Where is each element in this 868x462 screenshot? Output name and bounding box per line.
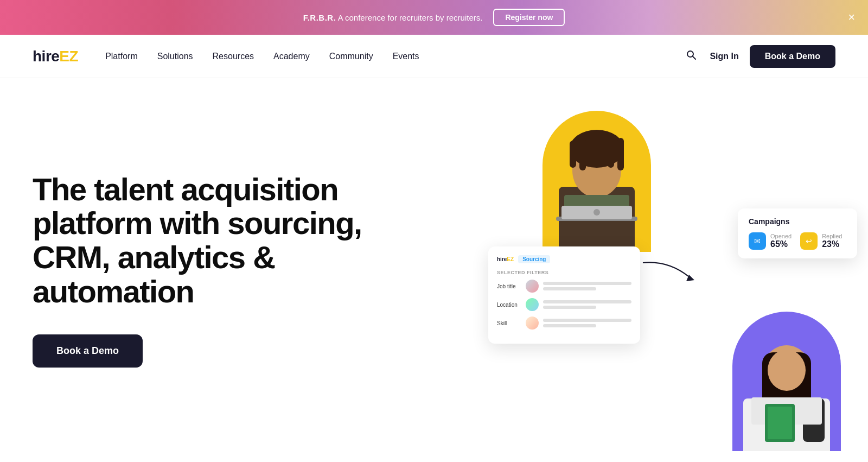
hero-cta-button[interactable]: Book a Demo [33, 334, 143, 368]
opened-icon: ✉ [749, 232, 766, 250]
filter-avatar-2 [526, 298, 539, 311]
sourcing-card: hireEZ Sourcing Selected Filters Job tit… [488, 246, 640, 344]
nav-links: Platform Solutions Resources Academy Com… [105, 52, 684, 61]
svg-rect-8 [617, 138, 624, 170]
hero-headline: The talent acquisition platform with sou… [33, 173, 423, 309]
opened-label: Opened [770, 233, 792, 239]
book-demo-nav-button[interactable]: Book a Demo [750, 45, 835, 68]
filter-avatar-3 [526, 317, 539, 330]
register-now-button[interactable]: Register now [493, 9, 565, 26]
person2-card [732, 312, 841, 451]
svg-line-1 [693, 56, 696, 60]
arrow-icon [637, 257, 703, 290]
logo-hire-text: hire [33, 48, 59, 65]
person2-image [732, 312, 841, 451]
nav-platform[interactable]: Platform [105, 52, 138, 61]
hero-content: The talent acquisition platform with sou… [33, 173, 423, 368]
logo-link[interactable]: hireEZ [33, 48, 78, 65]
nav-actions: Sign In Book a Demo [684, 45, 835, 68]
filter-row-jobtitle: Job title [497, 280, 631, 293]
banner-close-button[interactable]: × [848, 11, 855, 23]
sign-in-button[interactable]: Sign In [710, 52, 738, 61]
svg-rect-6 [579, 138, 586, 170]
hero-section: The talent acquisition platform with sou… [0, 78, 868, 451]
nav-resources[interactable]: Resources [213, 52, 254, 61]
campaigns-stats: ✉ Opened 65% ↩ Replied 23% [749, 232, 846, 250]
svg-point-12 [593, 209, 600, 216]
replied-stat: ↩ Replied 23% [800, 232, 842, 250]
banner-text: F.R.B.R. A conference for recruiters by … [303, 13, 483, 22]
search-icon[interactable] [684, 47, 699, 65]
svg-rect-7 [608, 141, 614, 168]
campaigns-card: Campaigns ✉ Opened 65% ↩ Replied 23% [738, 208, 857, 258]
person1-card [542, 111, 651, 252]
filter-location-label: Location [497, 302, 521, 308]
svg-point-18 [768, 350, 806, 391]
campaigns-title: Campaigns [749, 217, 846, 226]
svg-rect-5 [570, 141, 576, 168]
replied-icon: ↩ [800, 232, 818, 250]
filters-label: Selected Filters [497, 270, 631, 275]
sourcing-badge: Sourcing [518, 255, 550, 263]
svg-point-4 [570, 130, 624, 168]
filter-avatar-1 [526, 280, 539, 293]
filter-row-location: Location [497, 298, 631, 311]
filter-jobtitle-label: Job title [497, 283, 521, 289]
opened-stat: ✉ Opened 65% [749, 232, 792, 250]
opened-value: 65% [770, 239, 792, 249]
filter-row-skill: Skill [497, 317, 631, 330]
nav-solutions[interactable]: Solutions [157, 52, 193, 61]
sourcing-header: hireEZ Sourcing [497, 255, 631, 263]
replied-value: 23% [822, 239, 842, 249]
svg-rect-21 [768, 407, 792, 439]
announcement-banner: F.R.B.R. A conference for recruiters by … [0, 0, 868, 35]
hero-illustration: Campaigns ✉ Opened 65% ↩ Replied 23% [488, 100, 868, 451]
banner-bold: F.R.B.R. [303, 13, 336, 22]
replied-label: Replied [822, 233, 842, 239]
filter-skill-label: Skill [497, 320, 521, 326]
nav-academy[interactable]: Academy [273, 52, 310, 61]
nav-community[interactable]: Community [329, 52, 373, 61]
person1-image [542, 111, 651, 252]
nav-events[interactable]: Events [393, 52, 419, 61]
logo-ez-text: EZ [59, 48, 78, 65]
sourcing-logo: hireEZ [497, 256, 514, 262]
main-navigation: hireEZ Platform Solutions Resources Acad… [0, 35, 868, 78]
